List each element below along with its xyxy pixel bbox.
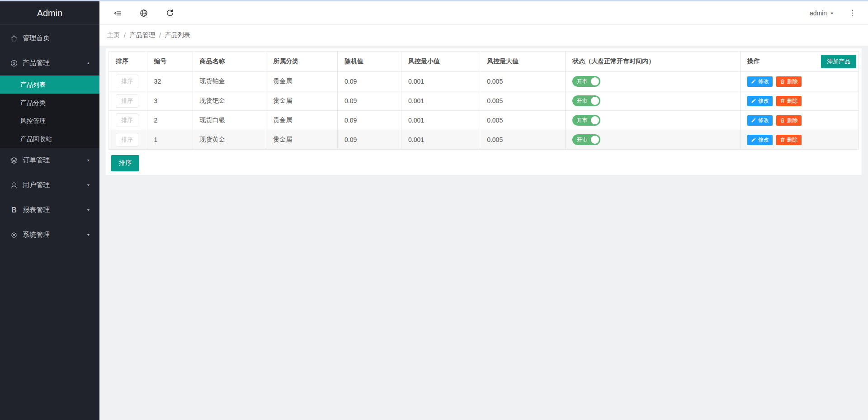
trash-icon [780, 79, 785, 84]
svg-text:$: $ [13, 61, 15, 66]
status-toggle[interactable]: 开市 [572, 76, 600, 87]
delete-button[interactable]: 删除 [776, 76, 802, 87]
chevron-down-icon: ▼ [86, 208, 90, 212]
column-header: 风控最小值 [401, 52, 480, 72]
breadcrumb-separator: / [159, 32, 161, 39]
sidebar-item-label: 报表管理 [23, 206, 86, 214]
sidebar-subitem[interactable]: 产品列表 [0, 76, 99, 94]
status-toggle[interactable]: 开市 [572, 134, 600, 145]
sidebar-item[interactable]: $产品管理▲ [0, 51, 99, 76]
user-menu[interactable]: admin ▼ [810, 9, 834, 17]
status-toggle[interactable]: 开市 [572, 95, 600, 106]
row-product-name: 现货白银 [193, 111, 266, 130]
toggle-knob [591, 116, 599, 124]
window-top-edge [0, 0, 868, 1]
content: 排序编号商品名称所属分类随机值风控最小值风控最大值状态（大盘正常开市时间内）操作… [99, 46, 868, 178]
letter-b-icon: B [10, 206, 18, 214]
sidebar-item[interactable]: 系统管理▼ [0, 222, 99, 247]
sidebar: Admin 管理首页$产品管理▲产品列表产品分类风控管理产品回收站订单管理▼用户… [0, 0, 99, 420]
menu-fold-icon[interactable] [113, 9, 122, 18]
topbar-left [113, 9, 175, 18]
home-icon [10, 34, 18, 42]
column-header: 操作 [747, 57, 760, 66]
table-row: 排序2现货白银贵金属0.090.0010.005开市修改删除 [109, 111, 859, 130]
row-risk-max: 0.005 [480, 130, 566, 150]
username: admin [810, 9, 827, 17]
edit-button[interactable]: 修改 [747, 96, 773, 106]
column-header: 状态（大盘正常开市时间内） [566, 52, 741, 72]
row-risk-min: 0.001 [401, 91, 480, 111]
row-id: 1 [147, 130, 193, 150]
breadcrumb-item[interactable]: 产品管理 [130, 31, 155, 39]
sidebar-item-label: 用户管理 [23, 181, 86, 189]
column-header: 编号 [147, 52, 193, 72]
row-id: 2 [147, 111, 193, 130]
delete-button[interactable]: 删除 [776, 135, 802, 145]
delete-button[interactable]: 删除 [776, 115, 802, 126]
row-risk-min: 0.001 [401, 72, 480, 91]
delete-button[interactable]: 删除 [776, 96, 802, 106]
row-random-value: 0.09 [337, 72, 401, 91]
sidebar-item-label: 订单管理 [23, 156, 86, 165]
row-risk-max: 0.005 [480, 111, 566, 130]
sidebar-item-label: 系统管理 [23, 231, 86, 239]
trash-icon [780, 98, 785, 104]
table-header-row: 排序编号商品名称所属分类随机值风控最小值风控最大值状态（大盘正常开市时间内）操作… [109, 52, 859, 72]
row-random-value: 0.09 [337, 111, 401, 130]
gear-icon [10, 231, 18, 239]
trash-icon [780, 118, 785, 123]
sidebar-subitem[interactable]: 产品回收站 [0, 130, 99, 148]
breadcrumb: 主页/产品管理/产品列表 [99, 25, 868, 46]
column-header: 所属分类 [266, 52, 338, 72]
row-sort-button[interactable]: 排序 [116, 113, 138, 127]
row-random-value: 0.09 [337, 130, 401, 150]
sidebar-nav: 管理首页$产品管理▲产品列表产品分类风控管理产品回收站订单管理▼用户管理▼B报表… [0, 25, 99, 247]
row-sort-button[interactable]: 排序 [116, 133, 138, 146]
toggle-knob [591, 77, 599, 85]
layers-icon [10, 156, 18, 165]
pencil-icon [751, 137, 756, 142]
refresh-icon[interactable] [165, 9, 175, 18]
app-title: Admin [0, 1, 99, 25]
topbar-right: admin ▼ ⋮ [810, 8, 858, 18]
row-sort-button[interactable]: 排序 [116, 94, 138, 108]
column-header: 商品名称 [193, 52, 266, 72]
table-body: 排序32现货铂金贵金属0.090.0010.005开市修改删除排序3现货钯金贵金… [109, 72, 859, 150]
chevron-down-icon: ▼ [86, 233, 90, 237]
sidebar-item[interactable]: 订单管理▼ [0, 148, 99, 173]
row-id: 32 [147, 72, 193, 91]
sidebar-item[interactable]: 管理首页 [0, 26, 99, 51]
row-risk-max: 0.005 [480, 72, 566, 91]
sidebar-subitem[interactable]: 风控管理 [0, 112, 99, 130]
edit-button[interactable]: 修改 [747, 135, 773, 145]
product-table: 排序编号商品名称所属分类随机值风控最小值风控最大值状态（大盘正常开市时间内）操作… [108, 51, 859, 150]
chevron-down-icon: ▼ [86, 159, 90, 162]
pencil-icon [751, 118, 756, 123]
add-product-button[interactable]: 添加产品 [821, 55, 856, 68]
chevron-up-icon: ▲ [86, 61, 90, 65]
status-toggle[interactable]: 开市 [572, 115, 600, 126]
toggle-knob [591, 97, 599, 105]
topbar: admin ▼ ⋮ [99, 1, 868, 25]
sidebar-item-label: 管理首页 [23, 34, 90, 42]
edit-button[interactable]: 修改 [747, 115, 773, 126]
breadcrumb-item[interactable]: 产品列表 [165, 31, 190, 39]
status-label: 开市 [576, 117, 587, 124]
sidebar-submenu: 产品列表产品分类风控管理产品回收站 [0, 76, 99, 148]
sidebar-subitem[interactable]: 产品分类 [0, 94, 99, 112]
sort-button[interactable]: 排序 [111, 155, 139, 171]
globe-icon[interactable] [139, 9, 148, 18]
chevron-down-icon: ▼ [86, 184, 90, 187]
row-random-value: 0.09 [337, 91, 401, 111]
breadcrumb-item[interactable]: 主页 [107, 31, 120, 39]
row-risk-max: 0.005 [480, 91, 566, 111]
row-sort-button[interactable]: 排序 [116, 75, 138, 88]
edit-button[interactable]: 修改 [747, 76, 773, 87]
status-label: 开市 [576, 97, 587, 105]
sidebar-item[interactable]: 用户管理▼ [0, 173, 99, 198]
breadcrumb-separator: / [124, 32, 126, 39]
kebab-menu-icon[interactable]: ⋮ [847, 8, 858, 18]
row-category: 贵金属 [266, 130, 338, 150]
row-risk-min: 0.001 [401, 130, 480, 150]
sidebar-item[interactable]: B报表管理▼ [0, 198, 99, 222]
